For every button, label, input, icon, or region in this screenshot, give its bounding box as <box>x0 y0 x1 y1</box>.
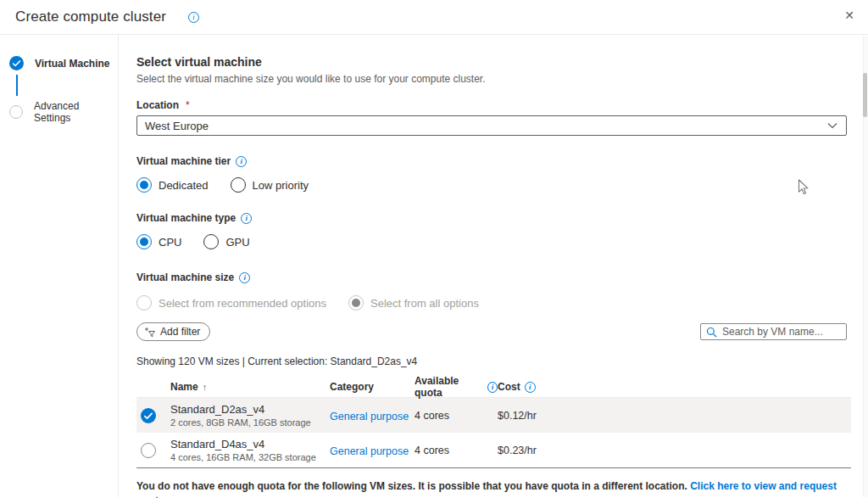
sort-ascending-icon: ↑ <box>203 382 208 392</box>
column-header-name[interactable]: Name ↑ <box>170 381 330 393</box>
vm-size-radio-group: Select from recommended options Select f… <box>136 295 868 311</box>
vm-size-info-icon[interactable]: i <box>239 272 250 283</box>
quota-warning: You do not have enough quota for the fol… <box>136 479 849 498</box>
radio-dedicated[interactable]: Dedicated <box>136 177 209 193</box>
category-link[interactable]: General purpose <box>330 411 409 422</box>
radio-selected-icon <box>136 177 152 193</box>
table-header-row: Name ↑ Category Available quota i Cost <box>136 375 851 398</box>
radio-gpu[interactable]: GPU <box>203 234 249 249</box>
table-row-standard-d4as-v4[interactable]: Standard_D4as_v4 4 cores, 16GB RAM, 32GB… <box>136 433 851 467</box>
create-compute-cluster-panel: Create compute cluster i ✕ Virtual Machi… <box>0 0 868 498</box>
row-selected-check-icon[interactable] <box>141 408 156 423</box>
vm-name: Standard_D2as_v4 <box>170 403 330 416</box>
add-filter-icon <box>144 327 156 338</box>
section-heading: Select virtual machine <box>136 55 868 69</box>
column-header-available-quota[interactable]: Available quota i <box>415 375 498 399</box>
vm-size-table: Name ↑ Category Available quota i Cost <box>136 375 851 468</box>
stepper-step-advanced-settings[interactable]: Advanced Settings <box>9 100 118 124</box>
radio-unselected-icon <box>203 234 219 249</box>
vm-type-radio-group: CPU GPU <box>136 234 868 249</box>
location-dropdown[interactable]: West Europe <box>136 115 847 136</box>
radio-cpu[interactable]: CPU <box>136 234 181 249</box>
vm-quota: 4 cores <box>415 445 498 456</box>
vm-name: Standard_D4as_v4 <box>170 438 330 450</box>
step-completed-check-icon <box>9 56 24 70</box>
search-input[interactable] <box>722 326 841 338</box>
radio-all-options: Select from all options <box>348 295 479 311</box>
row-radio-unselected-icon[interactable] <box>141 443 156 458</box>
table-bottom-divider <box>136 467 851 468</box>
scrollbar-thumb[interactable] <box>863 73 867 117</box>
vm-type-label: Virtual machine type i <box>136 212 868 224</box>
vm-tier-label: Virtual machine tier i <box>136 155 868 167</box>
radio-recommended-options: Select from recommended options <box>136 295 326 311</box>
vm-search-box[interactable] <box>700 323 847 340</box>
radio-selected-icon <box>136 234 152 249</box>
quota-info-icon[interactable]: i <box>487 382 498 393</box>
table-row-standard-d2as-v4[interactable]: Standard_D2as_v4 2 cores, 8GB RAM, 16GB … <box>136 398 851 433</box>
location-label: Location* <box>136 99 868 111</box>
radio-disabled-selected-icon <box>348 295 364 311</box>
wizard-stepper: Virtual Machine Advanced Settings <box>0 35 119 497</box>
stepper-connector <box>16 75 18 96</box>
radio-low-priority[interactable]: Low priority <box>231 177 309 193</box>
vm-type-info-icon[interactable]: i <box>241 213 252 224</box>
location-value: West Europe <box>145 120 209 132</box>
column-header-category[interactable]: Category <box>330 381 415 393</box>
vm-specs: 4 cores, 16GB RAM, 32GB storage <box>170 452 330 462</box>
cost-info-icon[interactable]: i <box>525 382 536 393</box>
vm-cost: $0.23/hr <box>498 445 851 456</box>
titlebar: Create compute cluster i ✕ <box>0 0 868 35</box>
vm-tier-info-icon[interactable]: i <box>236 156 247 167</box>
vm-quota: 4 cores <box>415 410 498 422</box>
category-link[interactable]: General purpose <box>330 445 409 457</box>
vm-list-summary: Showing 120 VM sizes | Current selection… <box>136 355 868 367</box>
vm-tier-radio-group: Dedicated Low priority <box>136 177 868 193</box>
vm-specs: 2 cores, 8GB RAM, 16GB storage <box>170 417 330 428</box>
chevron-down-icon <box>827 122 837 129</box>
stepper-step-virtual-machine[interactable]: Virtual Machine <box>9 56 118 70</box>
step-label-virtual-machine: Virtual Machine <box>35 58 109 70</box>
search-icon <box>706 327 717 338</box>
step-label-advanced-settings: Advanced Settings <box>34 100 118 124</box>
required-marker: * <box>186 99 190 111</box>
close-icon[interactable]: ✕ <box>841 6 858 25</box>
vm-size-label: Virtual machine size i <box>136 271 868 283</box>
vm-cost: $0.12/hr <box>498 410 851 422</box>
section-subheading: Select the virtual machine size you woul… <box>136 73 868 85</box>
page-title: Create compute cluster <box>15 8 166 25</box>
column-header-cost[interactable]: Cost i <box>498 381 851 393</box>
radio-unselected-icon <box>231 177 246 193</box>
main-content: Select virtual machine Select the virtua… <box>119 35 868 498</box>
step-empty-circle-icon <box>9 105 23 119</box>
add-filter-button[interactable]: Add filter <box>136 322 210 341</box>
title-info-icon[interactable]: i <box>188 12 199 23</box>
radio-disabled-icon <box>136 295 152 311</box>
